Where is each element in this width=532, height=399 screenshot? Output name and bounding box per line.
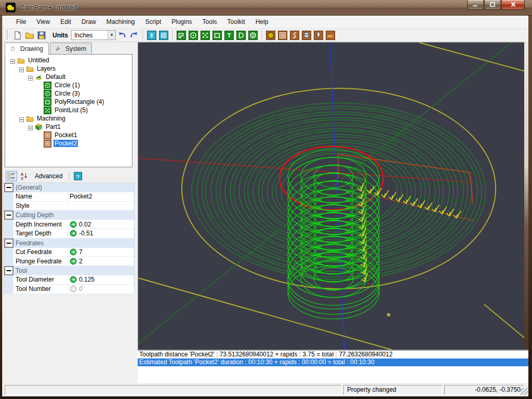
tree-item-machining[interactable]: Machining [5,114,132,123]
category-collapse-icon[interactable] [4,266,14,275]
property-category-feedrates[interactable]: Feedrates [4,238,134,248]
maximize-button[interactable] [484,0,501,10]
expand-toggle[interactable] [28,75,33,79]
expand-toggle[interactable] [19,66,24,71]
resize-grip[interactable] [521,388,528,395]
mop-pocket-icon[interactable] [277,30,288,41]
property-row-tool-number[interactable]: Tool Number0 [4,285,134,294]
menu-tools[interactable]: Tools [197,16,222,28]
property-row-target-depth[interactable]: Target Depth-0.51 [4,229,134,238]
mop-heightmap-icon[interactable]: HC [325,30,336,41]
tree-item-untitled[interactable]: Untitled [5,56,132,64]
default-value-icon[interactable] [70,248,77,256]
property-value[interactable]: 0 [68,285,134,294]
property-value[interactable] [68,202,134,210]
minimize-button[interactable] [467,0,484,10]
draw-circle-icon[interactable] [188,30,198,41]
property-value[interactable]: Pocket2 [68,192,134,201]
new-file-icon[interactable] [12,30,23,41]
default-value-icon[interactable] [70,285,77,292]
property-row-plunge-feedrate[interactable]: Plunge Feedrate2 [4,257,134,266]
draw-surface-icon[interactable] [247,30,258,41]
property-name: Style [14,202,68,209]
tab-drawing[interactable]: Drawing [5,43,49,55]
menu-view[interactable]: View [31,16,55,28]
menu-file[interactable]: File [11,16,31,28]
tree-item-part1[interactable]: Part1 [5,123,132,131]
menu-plugins[interactable]: Plugins [166,16,197,28]
redo-icon[interactable] [128,30,139,41]
snap-point-icon[interactable] [146,30,157,41]
undo-icon[interactable] [116,30,127,41]
tree-item-pocket1[interactable]: Pocket1 [5,131,132,139]
property-value[interactable]: 0.125 [68,275,134,284]
default-value-icon[interactable] [70,230,77,237]
categorized-view-button[interactable] [6,171,17,181]
property-row-name[interactable]: NamePocket2 [4,192,134,202]
menu-machining[interactable]: Machining [101,16,140,28]
status-panel-left [5,385,341,395]
property-category-tool[interactable]: Tool [4,266,134,275]
mop-engrave-icon[interactable] [289,30,300,41]
draw-pointlist-icon[interactable] [200,30,210,41]
default-value-icon[interactable] [70,258,77,265]
tree-item-circle-3-[interactable]: Circle (3) [5,89,132,98]
property-category-cutting-depth[interactable]: Cutting Depth [4,210,134,220]
expand-toggle[interactable] [28,125,33,129]
property-value[interactable]: -0.51 [68,229,134,238]
units-dropdown[interactable]: Inches▼ [71,30,116,40]
property-row-tool-diameter[interactable]: Tool Diameter0.125 [4,275,134,285]
tree-item-circle-1-[interactable]: Circle (1) [5,81,132,89]
draw-rectangle-icon[interactable] [211,30,222,41]
tab-system[interactable]: System [50,43,92,54]
save-file-icon[interactable] [36,30,47,41]
draw-arc-icon[interactable] [235,30,246,41]
category-collapse-icon[interactable] [4,183,14,192]
menu-toolkit[interactable]: Toolkit [222,16,250,28]
category-collapse-icon[interactable] [4,238,14,248]
default-value-icon[interactable] [70,276,77,283]
message-line[interactable]: Estimated Toolpath 'Pocket2' duration : … [138,358,528,366]
property-value[interactable]: 7 [68,248,134,257]
expand-toggle[interactable] [19,116,24,121]
chevron-down-icon[interactable]: ▼ [108,31,115,39]
advanced-button[interactable]: Advanced [31,171,66,181]
property-row-style[interactable]: Style [4,202,134,211]
default-value-icon[interactable] [70,221,77,228]
property-category--general-[interactable]: (General) [4,183,134,192]
mop-vbit-icon[interactable] [313,30,324,41]
draw-polyline-icon[interactable] [176,30,187,41]
viewport-3d[interactable] [138,42,524,350]
tree-item-polyrectangle-4-[interactable]: PolyRectangle (4) [5,98,132,106]
property-toolbar: AZAdvanced? [3,169,136,183]
tree-item-pointlist-5-[interactable]: PointList (5) [5,106,132,114]
gPoints-icon [44,107,51,114]
draw-text-icon[interactable]: T [223,30,234,41]
snap-grid-icon[interactable] [158,30,169,41]
tree-item-layers[interactable]: Layers [5,64,132,73]
property-row-cut-feedrate[interactable]: Cut Feedrate7 [4,248,134,257]
property-value[interactable]: 0.02 [68,220,134,229]
close-button[interactable] [501,0,525,10]
viewport-right-edge [524,42,528,350]
menu-edit[interactable]: Edit [55,16,76,28]
help-button[interactable]: ? [72,171,84,181]
menu-help[interactable]: Help [250,16,274,28]
open-file-icon[interactable] [24,30,35,41]
property-value[interactable]: 2 [68,257,134,265]
tree-item-pocket2[interactable]: Pocket2 [5,139,132,148]
property-row-depth-increment[interactable]: Depth Increment0.02 [4,220,134,229]
message-line[interactable]: Toolpath distance 'Pocket2' : 73.5132680… [138,351,528,358]
expand-toggle[interactable] [10,58,15,63]
tree-item-default[interactable]: Default [5,73,132,81]
mop-profile-icon[interactable] [301,30,312,41]
cambam-window: CamBam+ Untitled FileViewEditDrawMachini… [0,0,532,399]
mop-drill-icon[interactable] [265,30,276,41]
menu-draw[interactable]: Draw [76,16,101,28]
alphabetical-sort-button[interactable]: AZ [18,171,30,181]
category-collapse-icon[interactable] [4,210,14,220]
status-panel-coordinates: -0.0625, -0.3750 [444,385,524,395]
tree-item-label: Part1 [45,123,62,130]
menu-script[interactable]: Script [140,16,167,28]
title-bar[interactable]: CamBam+ Untitled [0,0,532,16]
